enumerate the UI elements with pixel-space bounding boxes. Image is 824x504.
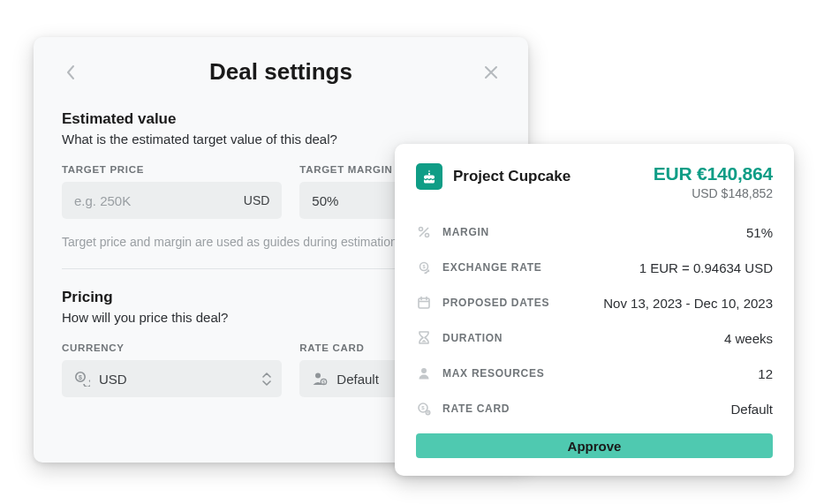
- row-value: Nov 13, 2023 - Dec 10, 2023: [603, 296, 773, 311]
- stepper-icon: [262, 372, 271, 386]
- row-value: 51%: [746, 225, 773, 240]
- row-label: DURATION: [442, 332, 503, 344]
- svg-point-5: [420, 228, 423, 231]
- placeholder-text: e.g. 250K: [74, 193, 131, 208]
- row-value: 1 EUR = 0.94634 USD: [639, 260, 773, 275]
- row-label: PROPOSED DATES: [442, 297, 549, 309]
- back-icon[interactable]: [62, 64, 79, 81]
- select-value: USD: [99, 372, 127, 387]
- row-value: Default: [730, 402, 773, 417]
- settings-header: Deal settings: [62, 58, 500, 86]
- svg-point-10: [421, 368, 427, 373]
- svg-rect-9: [419, 298, 429, 308]
- target-price-input[interactable]: e.g. 250K USD: [62, 182, 282, 219]
- amount-secondary: USD $148,852: [654, 186, 773, 200]
- percent-icon: [416, 225, 432, 239]
- svg-point-6: [426, 234, 429, 237]
- currency-select[interactable]: $ USD: [62, 360, 282, 397]
- field-label: TARGET PRICE: [62, 164, 282, 175]
- target-price-field: TARGET PRICE e.g. 250K USD: [62, 164, 282, 219]
- row-proposed-dates: PROPOSED DATES Nov 13, 2023 - Dec 10, 20…: [416, 285, 773, 320]
- amount-primary: EUR €140,864: [654, 163, 773, 184]
- row-label: RATE CARD: [442, 402, 510, 415]
- deal-summary-panel: Project Cupcake EUR €140,864 USD $148,85…: [395, 144, 794, 476]
- field-label: CURRENCY: [62, 342, 282, 353]
- settings-title: Deal settings: [79, 58, 482, 86]
- summary-info-list: MARGIN 51% $ EXCHANGE RATE 1 EUR = 0.946…: [416, 214, 773, 426]
- person-money-icon: $: [312, 371, 328, 387]
- row-duration: DURATION 4 weeks: [416, 320, 773, 356]
- input-value: 50%: [312, 193, 338, 208]
- svg-text:$: $: [421, 405, 425, 410]
- row-value: 4 weeks: [724, 331, 773, 346]
- row-margin: MARGIN 51%: [416, 214, 773, 250]
- currency-field: CURRENCY $ USD: [62, 342, 282, 397]
- row-label: EXCHANGE RATE: [442, 261, 541, 274]
- rate-card-icon: $: [416, 402, 432, 416]
- svg-text:$: $: [79, 374, 82, 381]
- svg-text:$: $: [422, 264, 425, 269]
- exchange-icon: $: [416, 260, 432, 275]
- calendar-icon: [416, 296, 432, 310]
- row-label: MARGIN: [442, 226, 489, 238]
- currency-icon: $: [74, 371, 90, 387]
- currency-suffix: USD: [244, 193, 270, 207]
- project-name: Project Cupcake: [453, 168, 571, 185]
- row-max-resources: MAX RESOURCES 12: [416, 356, 773, 391]
- hourglass-icon: [416, 331, 432, 345]
- close-icon[interactable]: [482, 64, 500, 81]
- row-value: 12: [758, 366, 773, 381]
- section-title: Estimated value: [62, 110, 500, 128]
- select-value: Default: [336, 372, 379, 387]
- row-rate-card: $ RATE CARD Default: [416, 391, 773, 426]
- row-exchange-rate: $ EXCHANGE RATE 1 EUR = 0.94634 USD: [416, 250, 773, 285]
- summary-header: Project Cupcake EUR €140,864 USD $148,85…: [416, 163, 773, 200]
- person-icon: [416, 366, 432, 380]
- cake-icon: [416, 163, 442, 190]
- row-label: MAX RESOURCES: [442, 367, 544, 380]
- approve-button[interactable]: Approve: [416, 433, 773, 458]
- svg-point-2: [315, 373, 321, 379]
